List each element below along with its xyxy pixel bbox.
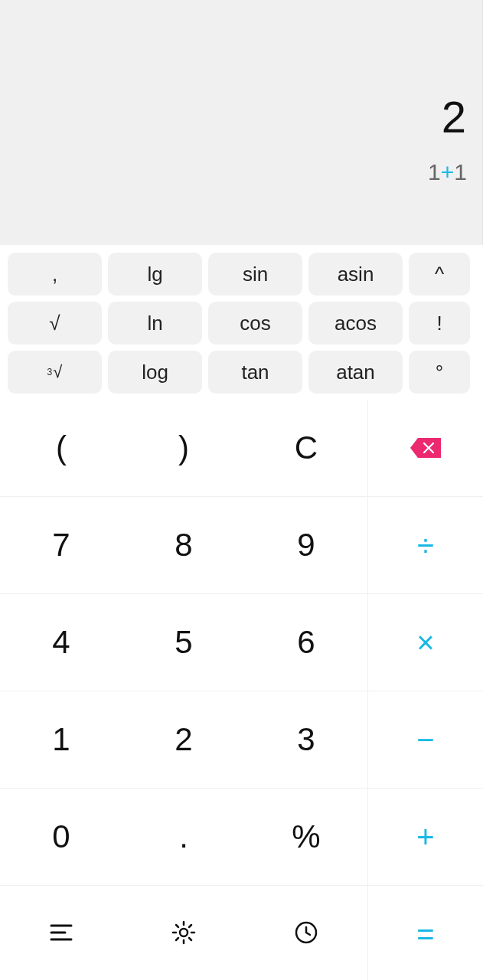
sci-comma-button[interactable]: , [8,253,102,296]
sci-cos-button[interactable]: cos [208,302,302,345]
plus-button[interactable]: + [367,789,483,886]
sci-cbrt-button[interactable]: 3√ [8,351,102,394]
decimal-button[interactable]: . [122,789,245,886]
digit-7-button[interactable]: 7 [0,497,122,594]
digit-6-button[interactable]: 6 [245,594,367,691]
clock-icon [293,916,319,953]
divide-button[interactable]: ÷ [367,497,483,594]
digit-3-button[interactable]: 3 [245,691,367,789]
percent-button[interactable]: % [245,789,367,886]
display-area: 2 1+1 [0,0,483,245]
menu-button[interactable] [0,886,122,980]
menu-icon [48,916,74,953]
gear-icon [171,916,197,953]
multiply-button[interactable]: × [367,594,483,691]
digit-2-button[interactable]: 2 [122,691,245,789]
sci-lg-button[interactable]: lg [108,253,202,296]
sci-log-button[interactable]: log [108,351,202,394]
history-button[interactable] [245,886,367,980]
settings-button[interactable] [122,886,245,980]
sci-power-button[interactable]: ^ [409,253,470,296]
sci-asin-button[interactable]: asin [308,253,403,296]
sci-acos-button[interactable]: acos [308,302,403,345]
expr-op: + [441,159,455,185]
sci-cbrt-sup: 3 [47,367,53,377]
sci-tan-button[interactable]: tan [208,351,302,394]
equals-button[interactable]: = [367,886,483,980]
backspace-button[interactable] [367,400,483,497]
digit-0-button[interactable]: 0 [0,789,122,886]
sci-cbrt-root: √ [53,362,62,382]
sci-sin-button[interactable]: sin [208,253,302,296]
keypad: ( ) C 7 8 9 ÷ 4 5 6 × 1 2 3 − 0 . % + [0,400,483,980]
expr-left: 1 [428,159,441,185]
lparen-button[interactable]: ( [0,400,122,497]
digit-4-button[interactable]: 4 [0,594,122,691]
sci-degree-button[interactable]: ° [409,351,470,394]
backspace-icon [410,438,441,458]
svg-point-0 [180,929,188,936]
rparen-button[interactable]: ) [122,400,245,497]
digit-9-button[interactable]: 9 [245,497,367,594]
sci-factorial-button[interactable]: ! [409,302,470,345]
digit-5-button[interactable]: 5 [122,594,245,691]
expression: 1+1 [428,159,467,185]
minus-button[interactable]: − [367,691,483,789]
sci-atan-button[interactable]: atan [308,351,403,394]
result-value: 2 [442,91,467,142]
digit-1-button[interactable]: 1 [0,691,122,789]
sci-ln-button[interactable]: ln [108,302,202,345]
scientific-panel: , lg sin asin ^ √ ln cos acos ! 3√ log t… [0,245,483,400]
expr-right: 1 [454,159,467,185]
digit-8-button[interactable]: 8 [122,497,245,594]
sci-sqrt-button[interactable]: √ [8,302,102,345]
clear-button[interactable]: C [245,400,367,497]
